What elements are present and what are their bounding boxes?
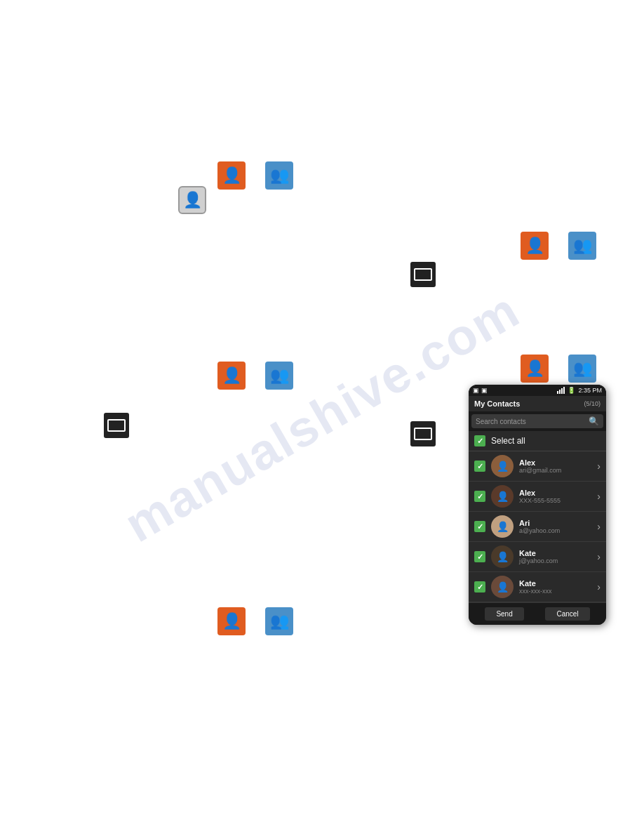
- contact-checkbox-0[interactable]: [474, 461, 485, 472]
- orange-person-icon-3: 👤: [217, 362, 246, 390]
- contact-avatar-3: 👤: [491, 545, 514, 568]
- contact-arrow-4: ›: [597, 581, 601, 593]
- contact-sub-1: XXX-555-5555: [519, 497, 597, 504]
- bottom-bar: Send Cancel: [469, 602, 606, 625]
- contact-checkbox-3[interactable]: [474, 551, 485, 562]
- message-icon-3[interactable]: [410, 421, 436, 446]
- select-all-label: Select all: [491, 436, 525, 446]
- contact-sub-2: a@yahoo.com: [519, 527, 597, 534]
- person-import-glyph: 👤: [183, 192, 202, 208]
- grey-person-icon-1: 👤: [178, 186, 206, 214]
- orange-person-icon-5: 👤: [217, 607, 246, 635]
- status-icons: ▣ ▣: [473, 387, 488, 394]
- contact-name-0: Alex: [519, 458, 597, 467]
- contact-checkbox-4[interactable]: [474, 581, 485, 593]
- contact-row[interactable]: 👤 Alex ari@gmail.com ›: [469, 451, 606, 482]
- battery-icon: 🔋: [568, 387, 575, 394]
- person-glyph-4: 👤: [525, 361, 544, 376]
- contact-arrow-3: ›: [597, 551, 601, 562]
- contact-avatar-0: 👤: [491, 455, 514, 477]
- watermark: manualshive.com: [115, 281, 529, 553]
- person-glyph-3: 👤: [222, 368, 241, 383]
- blue-group-icon-3: 👥: [265, 362, 293, 390]
- contact-sub-3: j@yahoo.com: [519, 557, 597, 564]
- group-glyph-3: 👥: [270, 368, 289, 383]
- blue-group-icon-2: 👥: [568, 232, 596, 260]
- search-icon: 🔍: [589, 416, 599, 426]
- contact-count: (5/10): [584, 400, 601, 407]
- time-display: 2:35 PM: [578, 387, 602, 394]
- person-glyph-5: 👤: [222, 614, 241, 629]
- search-bar[interactable]: Search contacts 🔍: [471, 414, 603, 428]
- contact-info-0: Alex ari@gmail.com: [519, 458, 597, 474]
- contact-name-2: Ari: [519, 519, 597, 527]
- message-icon-2[interactable]: [104, 413, 129, 438]
- contact-name-1: Alex: [519, 489, 597, 497]
- contact-row-4[interactable]: 👤 Kate xxx-xxx-xxx ›: [469, 572, 606, 602]
- contact-checkbox-1[interactable]: [474, 491, 485, 502]
- select-all-checkbox[interactable]: [474, 435, 485, 446]
- status-bar: ▣ ▣ 🔋 2:35 PM: [469, 385, 606, 396]
- contact-avatar-4: 👤: [491, 576, 514, 598]
- contact-row-1[interactable]: 👤 Alex XXX-555-5555 ›: [469, 482, 606, 512]
- group-glyph-2: 👥: [573, 238, 592, 253]
- cancel-button[interactable]: Cancel: [545, 607, 589, 621]
- contact-row-3[interactable]: 👤 Kate j@yahoo.com ›: [469, 542, 606, 572]
- message-icon-1[interactable]: [410, 262, 436, 287]
- contact-arrow-2: ›: [597, 521, 601, 532]
- contact-sub-0: ari@gmail.com: [519, 467, 597, 474]
- title-bar: My Contacts (5/10): [469, 396, 606, 411]
- select-all-row[interactable]: Select all: [469, 431, 606, 451]
- contact-checkbox-2[interactable]: [474, 521, 485, 532]
- contact-avatar-2: 👤: [491, 515, 514, 538]
- group-glyph: 👥: [270, 168, 289, 183]
- orange-person-icon-1: 👤: [217, 161, 246, 190]
- send-button[interactable]: Send: [485, 607, 523, 621]
- signal-icon: [557, 387, 565, 394]
- group-glyph-5: 👥: [270, 614, 289, 629]
- screen-title: My Contacts: [474, 399, 520, 408]
- blue-group-icon-4: 👥: [568, 355, 596, 383]
- person-glyph-2: 👤: [525, 238, 544, 253]
- orange-person-icon-4: 👤: [521, 355, 549, 383]
- contact-name-3: Kate: [519, 549, 597, 557]
- contact-sub-4: xxx-xxx-xxx: [519, 588, 597, 595]
- contact-info-1: Alex XXX-555-5555: [519, 489, 597, 504]
- contact-info-3: Kate j@yahoo.com: [519, 549, 597, 564]
- group-glyph-4: 👥: [573, 361, 592, 376]
- contact-info-4: Kate xxx-xxx-xxx: [519, 579, 597, 595]
- search-placeholder: Search contacts: [476, 418, 589, 425]
- person-glyph: 👤: [222, 168, 241, 183]
- contact-row-2[interactable]: 👤 Ari a@yahoo.com ›: [469, 512, 606, 542]
- contact-info-2: Ari a@yahoo.com: [519, 519, 597, 534]
- blue-group-icon-1: 👥: [265, 161, 293, 190]
- contact-name-4: Kate: [519, 579, 597, 588]
- contact-arrow-0: ›: [597, 461, 601, 472]
- phone-mockup: ▣ ▣ 🔋 2:35 PM My Contacts (5/10) Search …: [469, 385, 606, 625]
- orange-person-icon-2: 👤: [521, 232, 549, 260]
- blue-group-icon-5: 👥: [265, 607, 293, 635]
- contact-arrow-1: ›: [597, 491, 601, 502]
- contact-avatar-1: 👤: [491, 485, 514, 508]
